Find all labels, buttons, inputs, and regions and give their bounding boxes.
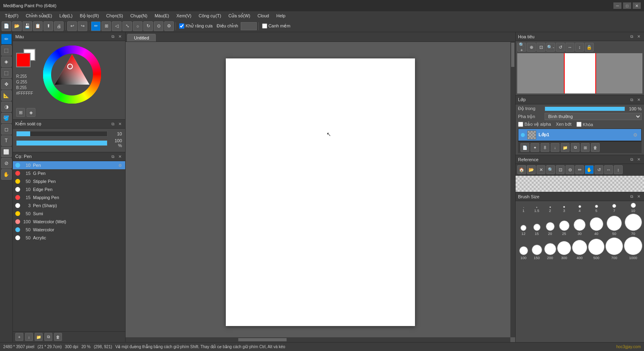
navigator-close[interactable]: ✕	[636, 34, 642, 39]
ruler-tool-btn[interactable]: 📐	[1, 90, 12, 101]
scroll-thumb-horizontal[interactable]	[238, 338, 287, 341]
toolbar-new[interactable]: 📄	[2, 21, 11, 31]
foreground-swatch[interactable]	[16, 53, 31, 67]
brush-panel-close[interactable]: ✕	[117, 121, 123, 127]
layer-copy[interactable]: ⧉	[571, 143, 580, 152]
menu-item-cloud[interactable]: Cloud	[254, 12, 272, 19]
menu-item-color[interactable]: Màu(E)	[151, 12, 172, 19]
reference-expand[interactable]: ⧉	[629, 157, 634, 162]
eyedropper-tool-btn[interactable]: ⊘	[1, 158, 12, 168]
maximize-button[interactable]: □	[623, 2, 631, 9]
toolbar-lasso[interactable]: ◁	[112, 21, 122, 31]
layer-new-8bit[interactable]: 8	[541, 143, 549, 152]
brush-size-item-7[interactable]: 10	[624, 203, 642, 213]
navigator-expand[interactable]: ⧉	[629, 34, 634, 39]
brush-size-item-11[interactable]: 25	[557, 220, 571, 236]
pen-tool-btn[interactable]: ✏	[1, 34, 12, 44]
brush-size-item-10[interactable]: 20	[544, 222, 556, 236]
layers-expand[interactable]: ⧉	[629, 97, 634, 103]
close-button[interactable]: ✕	[633, 2, 641, 9]
canvas-scrollbar-vertical[interactable]	[510, 42, 515, 337]
brush-size-item-16[interactable]: 100	[517, 246, 530, 260]
gradient-tool-btn[interactable]: ◑	[1, 102, 12, 112]
brush-size-item-0[interactable]: 1	[517, 207, 530, 213]
ref-open[interactable]: 📂	[527, 165, 536, 174]
brush-item-0[interactable]: 10Pen⚙	[13, 161, 125, 169]
protect-alpha-checkbox[interactable]	[518, 122, 523, 127]
brush-size-item-20[interactable]: 400	[572, 240, 587, 260]
menu-item-shoot[interactable]: Chụp(N)	[127, 12, 151, 19]
nav-flip-v[interactable]: ↕	[575, 43, 584, 52]
toolbar-save-as[interactable]: 📋	[33, 21, 43, 31]
brush-item-4[interactable]: 15Mapping Pen	[13, 193, 125, 201]
brush-item-8[interactable]: 50Watercolor	[13, 226, 125, 234]
ref-pen[interactable]: ✏	[575, 165, 584, 174]
brush-size-expand[interactable]: ⧉	[629, 194, 634, 199]
hand-tool-btn[interactable]: ✋	[1, 169, 12, 180]
size-slider-track[interactable]	[16, 131, 107, 137]
ref-close[interactable]: ✕	[537, 165, 545, 174]
brush-size-item-12[interactable]: 30	[572, 219, 587, 236]
nav-preview[interactable]	[517, 53, 642, 93]
menu-item-file[interactable]: Tệp(F)	[2, 12, 22, 19]
layer-merge-down[interactable]: ↓	[551, 143, 559, 152]
brush-size-item-17[interactable]: 150	[530, 245, 543, 260]
brush-size-item-18[interactable]: 200	[544, 243, 556, 260]
select-tool-btn[interactable]: ⬚	[1, 68, 12, 78]
text-tool-btn[interactable]: T	[1, 135, 12, 146]
brush-import-btn[interactable]: ↓	[25, 333, 33, 341]
brush-item-3[interactable]: 10Edge Pen	[13, 185, 125, 193]
canvas-tab-untitled[interactable]: Untitled	[127, 34, 156, 42]
brush-size-close[interactable]: ✕	[636, 194, 642, 199]
brush-size-item-23[interactable]: 1000	[624, 237, 642, 260]
shape-tool-btn[interactable]: ⬜	[1, 147, 12, 157]
brush-item-1[interactable]: 15G Pen	[13, 169, 125, 177]
toolbar-grid[interactable]: ⊞	[101, 21, 111, 31]
brush-copy-btn[interactable]: ⧉	[44, 333, 52, 341]
brush-size-item-19[interactable]: 300	[557, 241, 571, 260]
nav-fit[interactable]: ⊡	[537, 43, 545, 52]
brush-settings-0[interactable]: ⚙	[117, 162, 123, 168]
menu-item-help[interactable]: Help	[273, 12, 289, 19]
color-palette-btn[interactable]: ⊞	[16, 108, 25, 117]
brush-delete-btn[interactable]: 🗑	[54, 333, 62, 341]
brush-list-close[interactable]: ✕	[117, 154, 123, 160]
menu-item-edit[interactable]: Chỉnh sửa(E)	[23, 12, 56, 19]
adjust-input[interactable]: 0	[241, 22, 257, 30]
eraser-tool-btn[interactable]: ⬚	[1, 45, 12, 56]
brush-item-5[interactable]: 3Pen (Sharp)	[13, 201, 125, 210]
blend-mode-select[interactable]: Bình thường	[545, 113, 642, 120]
brush-size-item-13[interactable]: 40	[588, 217, 605, 236]
toolbar-redo2[interactable]: ↻	[143, 21, 153, 31]
brush-item-2[interactable]: 50Stipple Pen	[13, 177, 125, 185]
toolbar-circle[interactable]: ○	[133, 21, 142, 31]
brush-item-7[interactable]: 100Watercolor (Wet)	[13, 218, 125, 226]
layers-close[interactable]: ✕	[636, 97, 642, 103]
brush-size-item-9[interactable]: 15	[530, 224, 543, 236]
bucket-tool-btn[interactable]: 🪣	[1, 113, 12, 123]
brush-size-item-4[interactable]: 4	[572, 205, 587, 213]
menu-item-select[interactable]: Chọn(S)	[103, 12, 126, 19]
brush-add-btn[interactable]: +	[15, 333, 23, 341]
ref-zoom-in[interactable]: 🔍	[546, 165, 555, 174]
brush-size-item-14[interactable]: 50	[605, 216, 623, 236]
toolbar-export[interactable]: ⬆	[43, 21, 53, 31]
ref-reset[interactable]: ↺	[594, 165, 603, 174]
brush-folder-btn[interactable]: 📁	[35, 333, 43, 341]
toolbar-lasso2[interactable]: ⊙	[154, 21, 163, 31]
nav-reset[interactable]: ↺	[556, 43, 565, 52]
brush-item-6[interactable]: 50Sumi	[13, 210, 125, 218]
lock-checkbox[interactable]	[576, 122, 582, 127]
brush-panel-expand[interactable]: ⧉	[110, 121, 116, 127]
fill-tool-btn[interactable]: ◈	[1, 56, 12, 67]
toolbar-pen-tool[interactable]: ✏	[91, 21, 101, 31]
ref-zoom-out[interactable]: ⊖	[566, 165, 574, 174]
layer-settings-btn[interactable]: ⚙	[632, 131, 639, 139]
protect-alpha-label[interactable]: Bảo vệ alpha	[518, 122, 551, 127]
layer-new-vector[interactable]: ✦	[530, 143, 539, 152]
brush-size-item-5[interactable]: 5	[588, 205, 605, 213]
brush-size-item-21[interactable]: 500	[588, 239, 605, 260]
toolbar-settings[interactable]: ⚙	[164, 21, 174, 31]
nav-flip-h[interactable]: ↔	[566, 43, 574, 52]
color-picker-btn[interactable]: ◈	[27, 108, 35, 117]
